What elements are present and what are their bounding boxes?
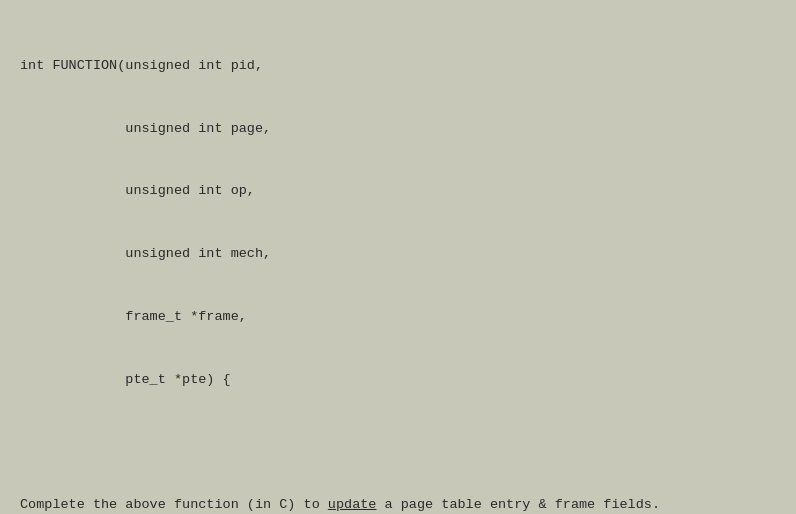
code-line-2: unsigned int page, [20,119,776,140]
code-line-7 [20,432,776,453]
code-line-4: unsigned int mech, [20,244,776,265]
code-line-6: pte_t *pte) { [20,370,776,391]
code-line-5: frame_t *frame, [20,307,776,328]
code-line-3: unsigned int op, [20,181,776,202]
code-line-8: Complete the above function (in C) to up… [20,495,776,514]
code-line-1: int FUNCTION(unsigned int pid, [20,56,776,77]
code-display: int FUNCTION(unsigned int pid, unsigned … [0,0,796,514]
